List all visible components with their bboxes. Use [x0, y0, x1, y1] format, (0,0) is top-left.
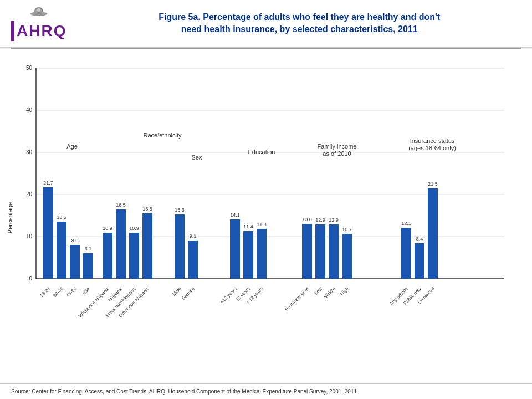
svg-text:12.9: 12.9: [315, 217, 325, 223]
svg-text:0: 0: [29, 275, 32, 282]
bar-sex-female: [188, 241, 198, 279]
bar-ins-private: [401, 228, 411, 279]
svg-text:9.1: 9.1: [190, 233, 197, 239]
svg-text:12.9: 12.9: [329, 217, 339, 223]
svg-text:10: 10: [26, 233, 33, 239]
svg-text:15.3: 15.3: [175, 207, 185, 213]
bar-race-hispanic: [116, 209, 126, 279]
logo-text: AHRQ: [17, 22, 66, 40]
svg-text:40: 40: [26, 107, 33, 113]
title-area: Figure 5a. Percentage of adults who feel…: [78, 11, 521, 36]
logo-area: AHRQ: [11, 6, 66, 41]
bar-ins-uninsured: [428, 188, 438, 279]
svg-text:20: 20: [26, 191, 33, 197]
svg-text:30-44: 30-44: [52, 286, 64, 299]
bar-age-18-29: [43, 187, 53, 279]
y-axis-label: Percentage: [7, 202, 13, 233]
svg-text:6.1: 6.1: [85, 246, 92, 252]
svg-text:Male: Male: [171, 286, 182, 297]
svg-text:65+: 65+: [81, 286, 91, 295]
bar-sex-male: [175, 214, 185, 279]
source-text: Source: Center for Financing, Access, an…: [11, 388, 521, 395]
sex-category-label: Sex: [192, 154, 202, 161]
svg-text:Middle: Middle: [323, 286, 336, 300]
page: AHRQ Figure 5a. Percentage of adults who…: [0, 0, 532, 399]
svg-text:18-29: 18-29: [38, 286, 51, 299]
bar-inc-low: [315, 224, 325, 279]
bar-edu-12: [243, 231, 253, 279]
eagle-icon: [27, 6, 50, 21]
svg-text:21.5: 21.5: [428, 181, 438, 187]
svg-text:8.0: 8.0: [71, 238, 79, 243]
svg-text:High: High: [339, 286, 350, 297]
svg-text:12.1: 12.1: [401, 221, 411, 226]
insurance-category-label: Insurance status: [410, 137, 455, 144]
svg-text:10.9: 10.9: [103, 226, 112, 231]
bar-race-white: [103, 233, 112, 279]
bar-edu-lt12: [230, 219, 240, 279]
svg-text:21.7: 21.7: [43, 180, 53, 186]
bar-inc-middle: [329, 224, 339, 279]
education-category-label: Education: [248, 149, 275, 155]
logo-stripe: [11, 21, 14, 41]
svg-text:13.0: 13.0: [302, 217, 312, 222]
ahrq-logo: AHRQ: [11, 21, 66, 41]
svg-text:Female: Female: [181, 286, 196, 301]
bar-race-other: [142, 213, 152, 279]
bar-inc-high: [342, 234, 352, 279]
svg-text:30: 30: [26, 149, 33, 155]
chart-svg: Percentage 0 10 20 30 40 50: [6, 57, 515, 351]
svg-text:10.9: 10.9: [129, 226, 139, 231]
svg-text:45-64: 45-64: [65, 286, 78, 299]
svg-text:10.7: 10.7: [342, 227, 352, 232]
svg-text:11.8: 11.8: [257, 222, 267, 227]
bar-edu-gt12: [257, 229, 267, 279]
chart-title: Figure 5a. Percentage of adults who feel…: [78, 11, 521, 36]
svg-text:15.5: 15.5: [142, 206, 152, 212]
svg-text:Low: Low: [313, 285, 324, 296]
bar-race-black: [129, 233, 139, 279]
race-category-label: Race/ethnicity: [143, 132, 182, 139]
bar-inc-poor: [302, 224, 312, 279]
svg-text:11.4: 11.4: [243, 224, 253, 229]
svg-text:<12 years: <12 years: [219, 286, 238, 305]
svg-text:8.4: 8.4: [416, 236, 423, 242]
svg-text:Poor/near poor: Poor/near poor: [284, 286, 310, 312]
title-line1: Figure 5a. Percentage of adults who feel…: [78, 11, 521, 23]
title-line2: need health insurance, by selected chara…: [78, 23, 521, 35]
svg-point-2: [37, 8, 40, 12]
svg-text:as of 2010: as of 2010: [323, 150, 351, 157]
svg-text:13.5: 13.5: [57, 214, 66, 220]
svg-text:50: 50: [26, 65, 33, 71]
footer: Source: Center for Financing, Access, an…: [0, 383, 532, 399]
bar-age-30-44: [57, 222, 66, 279]
bar-ins-public: [415, 243, 424, 279]
income-category-label: Family income: [318, 143, 357, 150]
svg-text:16.5: 16.5: [116, 202, 126, 208]
header: AHRQ Figure 5a. Percentage of adults who…: [0, 0, 532, 48]
bar-age-65plus: [83, 253, 93, 279]
age-category-label: Age: [66, 143, 78, 150]
svg-text:14.1: 14.1: [230, 212, 240, 218]
bar-age-45-64: [70, 245, 80, 279]
svg-text:(ages 18-64 only): (ages 18-64 only): [408, 145, 456, 151]
